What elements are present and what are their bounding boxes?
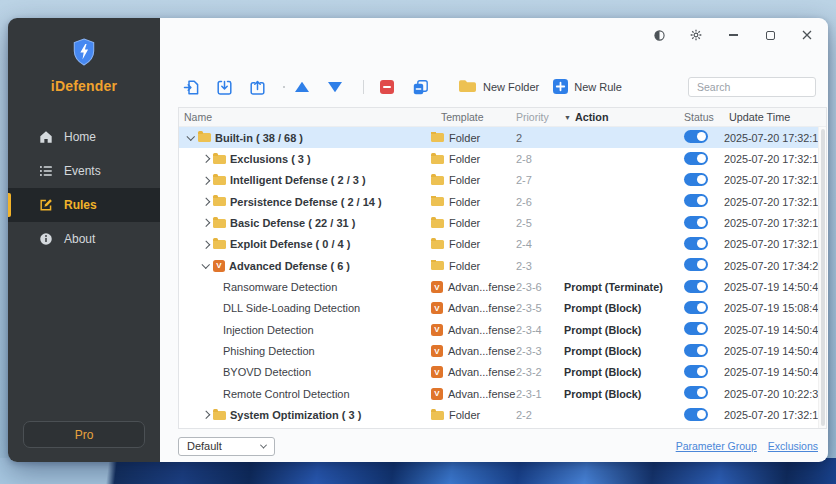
- table-row[interactable]: System Optimization ( 3 ) Folder 2-2 202…: [179, 404, 818, 425]
- scrollbar-thumb[interactable]: [821, 129, 825, 426]
- new-folder-button[interactable]: New Folder: [458, 79, 539, 95]
- expander-icon[interactable]: [198, 216, 213, 230]
- import-icon[interactable]: [215, 78, 233, 96]
- sidebar-item-label: Home: [64, 130, 96, 144]
- expander-icon[interactable]: [198, 259, 213, 273]
- template-label: Folder: [449, 196, 480, 208]
- expander-icon[interactable]: [198, 195, 213, 209]
- folder-icon: [431, 411, 444, 420]
- status-toggle[interactable]: [684, 152, 708, 165]
- close-button[interactable]: [800, 28, 814, 42]
- action-value: Prompt (Terminate): [564, 281, 676, 293]
- table-body-wrap: Built-in ( 38 / 68 ) Folder 2 2025-07-20…: [179, 127, 826, 428]
- template-label: Folder: [449, 238, 480, 250]
- export-icon[interactable]: [248, 78, 266, 96]
- chevron-down-icon: [260, 441, 267, 448]
- status-toggle[interactable]: [684, 386, 708, 399]
- update-time-value: 2025-07-20 17:32:19: [724, 238, 818, 250]
- expander-icon[interactable]: [198, 408, 213, 422]
- table-row[interactable]: V Advanced Defense ( 6 ) Folder 2-3 2025…: [179, 255, 818, 276]
- template-label: Advan...fense: [448, 366, 515, 378]
- table-row[interactable]: Injection Detection V Advan...fense 2-3-…: [179, 319, 818, 340]
- status-toggle[interactable]: [684, 130, 708, 143]
- table-header: Name Template Priority ▼ Action Status U…: [179, 108, 826, 127]
- table-body: Built-in ( 38 / 68 ) Folder 2 2025-07-20…: [179, 127, 818, 428]
- table-row[interactable]: Exclusions ( 3 ) Folder 2-8 2025-07-20 1…: [179, 148, 818, 169]
- table-row[interactable]: Remote Control Detection V Advan...fense…: [179, 383, 818, 404]
- update-time-value: 2025-07-19 14:50:41: [724, 366, 818, 378]
- move-up-icon[interactable]: [293, 78, 311, 96]
- table-row[interactable]: Exploit Defense ( 0 / 4 ) Folder 2-4 202…: [179, 234, 818, 255]
- folder-icon: [213, 219, 226, 228]
- column-header-status[interactable]: Status: [676, 111, 724, 123]
- template-label: Folder: [449, 260, 480, 272]
- column-header-name[interactable]: Name: [179, 111, 431, 123]
- table-row[interactable]: Built-in ( 38 / 68 ) Folder 2 2025-07-20…: [179, 127, 818, 148]
- settings-gear-icon[interactable]: [689, 28, 703, 42]
- toolbar-divider: [363, 80, 364, 94]
- status-toggle[interactable]: [684, 280, 708, 293]
- table-row[interactable]: Ransomware Detection V Advan...fense 2-3…: [179, 276, 818, 297]
- profile-dropdown[interactable]: Default: [178, 437, 275, 456]
- status-toggle[interactable]: [684, 322, 708, 335]
- column-header-template[interactable]: Template: [431, 111, 516, 123]
- minimize-button[interactable]: [726, 28, 740, 42]
- update-time-value: 2025-07-19 14:50:41: [724, 345, 818, 357]
- status-toggle[interactable]: [684, 365, 708, 378]
- expander-icon[interactable]: [198, 152, 213, 166]
- expander-icon[interactable]: [183, 131, 198, 145]
- status-toggle[interactable]: [684, 173, 708, 186]
- template-label: Folder: [449, 409, 480, 421]
- exclusions-link[interactable]: Exclusions: [768, 440, 818, 452]
- parameter-group-link[interactable]: Parameter Group: [676, 440, 757, 452]
- delete-icon[interactable]: [378, 78, 396, 96]
- status-toggle[interactable]: [684, 301, 708, 314]
- folder-icon: [431, 261, 444, 270]
- column-header-priority[interactable]: Priority: [516, 111, 564, 123]
- folder-icon: [198, 133, 211, 142]
- folder-icon: [431, 197, 444, 206]
- status-toggle[interactable]: [684, 258, 708, 271]
- column-header-action[interactable]: ▼ Action: [564, 111, 676, 123]
- table-row[interactable]: Basic Defense ( 22 / 31 ) Folder 2-5 202…: [179, 212, 818, 233]
- sidebar-item-about[interactable]: About: [8, 222, 160, 256]
- priority-value: 2-5: [516, 217, 564, 229]
- table-row[interactable]: Phishing Detection V Advan...fense 2-3-3…: [179, 340, 818, 361]
- sidebar-item-rules[interactable]: Rules: [8, 188, 160, 222]
- column-header-update-time[interactable]: Update Time: [724, 111, 818, 123]
- pro-button[interactable]: Pro: [23, 421, 145, 448]
- copy-icon[interactable]: [411, 78, 429, 96]
- rule-name: Built-in ( 38 / 68 ): [215, 132, 303, 144]
- rule-name: Injection Detection: [223, 324, 314, 336]
- expander-icon[interactable]: [198, 237, 213, 251]
- priority-value: 2-3-3: [516, 345, 564, 357]
- sidebar-item-events[interactable]: Events: [8, 154, 160, 188]
- template-label: Folder: [449, 132, 480, 144]
- table-row[interactable]: Persistence Defense ( 2 / 14 ) Folder 2-…: [179, 191, 818, 212]
- priority-value: 2-3-5: [516, 302, 564, 314]
- status-toggle[interactable]: [684, 237, 708, 250]
- expander-icon[interactable]: [198, 173, 213, 187]
- maximize-button[interactable]: [763, 28, 777, 42]
- sidebar-item-home[interactable]: Home: [8, 120, 160, 154]
- move-down-icon[interactable]: [326, 78, 344, 96]
- folder-icon: [213, 176, 226, 185]
- status-toggle[interactable]: [684, 194, 708, 207]
- table-row[interactable]: BYOVD Detection V Advan...fense 2-3-2 Pr…: [179, 362, 818, 383]
- priority-value: 2-2: [516, 409, 564, 421]
- theme-toggle-icon[interactable]: [652, 28, 666, 42]
- status-toggle[interactable]: [684, 408, 708, 421]
- rule-name: DLL Side-Loading Detection: [223, 302, 360, 314]
- status-toggle[interactable]: [684, 216, 708, 229]
- status-toggle[interactable]: [684, 344, 708, 357]
- template-label: Folder: [449, 174, 480, 186]
- import-rule-icon[interactable]: [182, 78, 200, 96]
- table-row[interactable]: DLL Side-Loading Detection V Advan...fen…: [179, 298, 818, 319]
- folder-icon: [431, 155, 444, 164]
- v-badge-icon: V: [431, 324, 443, 336]
- search-input[interactable]: [688, 77, 816, 97]
- table-row[interactable]: Intelligent Defense ( 2 / 3 ) Folder 2-7…: [179, 170, 818, 191]
- vertical-scrollbar[interactable]: [818, 127, 826, 428]
- new-rule-button[interactable]: New Rule: [553, 79, 622, 96]
- action-value: Prompt (Block): [564, 302, 676, 314]
